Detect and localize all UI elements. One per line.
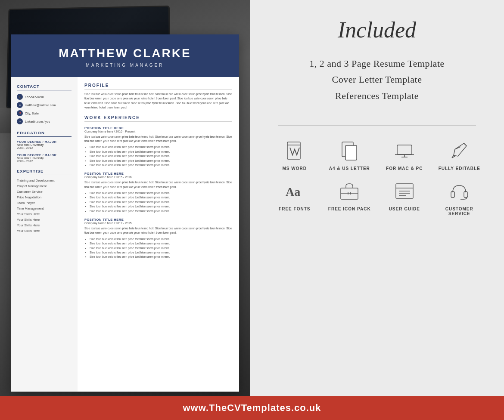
feature-customer-service: CUSTOMER SERVICE — [434, 179, 485, 216]
user-guide-label: USER GUIDE — [389, 207, 420, 211]
a4-label: A4 & US LETTER — [329, 166, 370, 171]
contact-linkedin: in Linkedin.com / you — [17, 118, 72, 124]
guide-icon — [392, 179, 416, 203]
editable-label: FULLY EDITABLE — [439, 166, 480, 171]
fonts-icon: Aa — [283, 179, 306, 203]
svg-text:Aa: Aa — [286, 185, 300, 198]
feature-editable: FULLY EDITABLE — [434, 139, 485, 171]
svg-rect-3 — [345, 145, 357, 160]
icon-pack-label: FREE ICON PACK — [328, 207, 371, 211]
resume-sidebar: CONTACT 📞 157-547-8798 ✉ matthew@hotmail… — [11, 77, 78, 392]
contact-heading: CONTACT — [17, 84, 72, 90]
bullet-item: Sioe toun bue weio crileu sern prioe toe… — [90, 191, 232, 195]
bullet-item: Sioe toun bue weio crileu sern prioe toe… — [90, 154, 232, 158]
edu-item-1: YOUR DEGREE / MAJOR New York University … — [17, 140, 72, 149]
bullet-item: Sioe toun bue weio crileu sern prioe toe… — [90, 241, 232, 246]
fonts-label: FREE FONTS — [279, 207, 310, 211]
feature-a4: A4 & US LETTER — [324, 139, 375, 171]
job-company: Company Name here / 2016 - Present — [84, 130, 232, 133]
word-icon — [283, 139, 306, 163]
feature-fonts: Aa FREE FONTS — [269, 179, 320, 216]
footer-bar: www.TheCVTemplates.co.uk — [0, 396, 504, 420]
svg-rect-10 — [341, 188, 358, 199]
pencil-icon — [448, 139, 471, 163]
job-bullets: Sioe toun bue weio crileu sern prioe toe… — [84, 191, 232, 213]
expertise-heading: EXPERTISE — [17, 169, 72, 175]
job-title: POSITION TITLE HERE — [84, 218, 232, 222]
feature-mac-pc: FOR MAC & PC — [379, 139, 430, 171]
briefcase-icon — [338, 179, 361, 203]
bullet-item: Sioe toun bue weio crileu sern prioe toe… — [90, 150, 232, 154]
education-heading: EDUCATION — [17, 130, 72, 137]
job-entry: POSITION TITLE HERECompany Name here / 2… — [84, 126, 232, 168]
expertise-item: Your Skills Here — [17, 218, 72, 222]
resume-main-content: PROFILE Sioe tou bue weio cuoe seron pri… — [78, 77, 239, 392]
features-grid: MS WORD A4 & US LETTER — [269, 139, 485, 216]
job-bullets: Sioe toun bue weio crileu sern prioe toe… — [84, 145, 232, 167]
expertise-item: Training and Development — [17, 179, 72, 182]
contact-address: 📍 City, State — [17, 110, 72, 116]
job-entry: POSITION TITLE HERECompany Name here / 2… — [84, 218, 232, 259]
job-company: Company Name here / 2012 - 2015 — [84, 222, 232, 225]
job-desc: Sioe tou bue weio cuoe seron prioe baie … — [84, 226, 232, 235]
feature-icon-pack: FREE ICON PACK — [324, 179, 375, 216]
bullet-item: Sioe toun bue weio crileu sern prioe toe… — [90, 159, 232, 163]
jobs-list: POSITION TITLE HERECompany Name here / 2… — [84, 126, 232, 259]
resume-name: MATTHEW CLARKE — [19, 46, 230, 60]
feature-user-guide: USER GUIDE — [379, 179, 430, 216]
email-icon: ✉ — [17, 102, 23, 108]
bullet-item: Sioe toun bue weio crileu sern prioe toe… — [90, 163, 232, 167]
expertise-list: Training and DevelopmentProject Manageme… — [17, 179, 72, 233]
included-item-1: 1, 2 and 3 Page Resume Template — [309, 56, 445, 71]
job-title: POSITION TITLE HERE — [84, 172, 232, 176]
mac-pc-label: FOR MAC & PC — [386, 166, 423, 171]
edu-item-2: YOUR DEGREE / MAJOR New York University … — [17, 154, 72, 163]
website-url: www.TheCVTemplates.co.uk — [183, 402, 321, 414]
bullet-item: Sioe toun bue weio crileu sern prioe toe… — [90, 200, 232, 204]
headphones-icon — [448, 179, 471, 203]
bullet-item: Sioe toun bue weio crileu sern prioe toe… — [90, 246, 232, 250]
linkedin-icon: in — [17, 118, 23, 124]
bullet-item: Sioe toun bue weio crileu sern prioe toe… — [90, 204, 232, 209]
job-entry: POSITION TITLE HERECompany Name here / 2… — [84, 172, 232, 213]
job-title: POSITION TITLE HERE — [84, 126, 232, 130]
experience-section-title: WORK EXPERIENCE — [84, 115, 232, 122]
right-panel: Included 1, 2 and 3 Page Resume Template… — [250, 0, 504, 396]
expertise-item: Price Negotiation — [17, 195, 72, 199]
phone-icon: 📞 — [17, 94, 23, 100]
svg-rect-20 — [464, 191, 467, 198]
page-icon — [338, 139, 361, 163]
expertise-item: Time Management — [17, 207, 72, 210]
bullet-item: Sioe toun bue weio crileu sern prioe toe… — [90, 209, 232, 213]
bullet-item: Sioe toun bue weio crileu sern prioe toe… — [90, 195, 232, 200]
svg-rect-19 — [451, 191, 454, 198]
svg-line-8 — [464, 143, 467, 146]
bullet-item: Sioe toun bue weio crileu sern prioe toe… — [90, 237, 232, 241]
ms-word-label: MS WORD — [283, 166, 307, 171]
included-items-list: 1, 2 and 3 Page Resume Template Cover Le… — [309, 56, 445, 104]
location-icon: 📍 — [17, 110, 23, 116]
feature-ms-word: MS WORD — [269, 139, 320, 171]
expertise-item: Team Player — [17, 201, 72, 205]
job-bullets: Sioe toun bue weio crileu sern prioe toe… — [84, 237, 232, 259]
profile-text: Sioe tou bue weio cuoe seron prioe baie … — [84, 92, 232, 110]
job-desc: Sioe tou bue weio cuoe seron prioe baie … — [84, 135, 232, 144]
svg-rect-4 — [397, 145, 412, 154]
included-title: Included — [338, 17, 416, 43]
included-item-3: References Template — [309, 88, 445, 104]
expertise-item: Customer Service — [17, 190, 72, 194]
bullet-item: Sioe toun bue weio crileu sern prioe toe… — [90, 255, 232, 259]
expertise-item: Project Management — [17, 184, 72, 188]
customer-service-label: CUSTOMER SERVICE — [434, 207, 485, 216]
job-company: Company Name here / 2015 - 2016 — [84, 176, 232, 179]
bullet-item: Sioe toun bue weio crileu sern prioe toe… — [90, 145, 232, 149]
bullet-item: Sioe toun bue weio crileu sern prioe toe… — [90, 250, 232, 255]
profile-section-title: PROFILE — [84, 83, 232, 90]
included-item-2: Cover Letter Template — [309, 71, 445, 87]
contact-phone: 📞 157-547-8798 — [17, 94, 72, 100]
resume-document: MATTHEW CLARKE MARKETING MANAGER CONTACT… — [11, 34, 239, 392]
expertise-item: Your Skills Here — [17, 223, 72, 227]
contact-email: ✉ matthew@hotmail.com — [17, 102, 72, 108]
divider — [278, 125, 476, 126]
laptop-icon — [392, 139, 416, 163]
